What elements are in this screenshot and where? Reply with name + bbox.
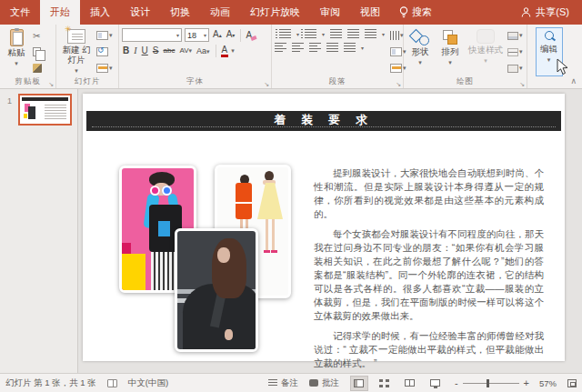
layout-button[interactable]: ▾	[96, 29, 113, 42]
section-button[interactable]: ▾	[96, 62, 113, 75]
underline-button[interactable]: U	[141, 45, 149, 56]
tab-home[interactable]: 开始	[40, 0, 80, 25]
tab-file[interactable]: 文件	[0, 0, 40, 25]
reading-view-button[interactable]	[401, 376, 419, 391]
align-center-button[interactable]	[292, 43, 304, 52]
font-name-combobox[interactable]: ▾	[122, 28, 182, 42]
font-dialog-launcher[interactable]: ↘	[264, 81, 269, 87]
tab-animations[interactable]: 动画	[200, 0, 240, 25]
paste-label: 粘贴	[8, 48, 25, 58]
shape-outline-button[interactable]: ▾	[507, 45, 523, 58]
slide-body-text[interactable]: 提到服装设计，大家很快地会自动联想到时尚、个性和潮流。但是实际上服装设计本身得遵…	[314, 166, 544, 377]
clear-formatting-button[interactable]: A	[246, 30, 252, 40]
font-size-combobox[interactable]: 18▾	[185, 28, 209, 42]
tab-slideshow[interactable]: 幻灯片放映	[240, 0, 310, 25]
align-right-button[interactable]	[309, 43, 321, 52]
font-color-dropdown-arrow[interactable]: ▾	[231, 47, 235, 55]
notes-button[interactable]: 备注	[263, 377, 304, 389]
bold-button[interactable]: B	[122, 45, 130, 56]
shrink-font-button[interactable]: A▾	[226, 29, 236, 41]
shape-outline-icon	[507, 48, 518, 56]
cut-button[interactable]: ✂	[33, 29, 45, 42]
justify-button[interactable]	[326, 43, 338, 52]
fit-slide-button[interactable]	[562, 379, 582, 387]
numbering-button[interactable]	[305, 29, 316, 38]
clipboard-dialog-launcher[interactable]: ↘	[48, 81, 54, 87]
clipboard-small-buttons: ✂ ▾	[33, 27, 45, 76]
normal-view-button[interactable]	[350, 376, 368, 391]
zoom-slider-thumb[interactable]	[487, 379, 489, 387]
drawing-dialog-launcher[interactable]: ↘	[519, 81, 525, 87]
new-slide-dropdown-arrow[interactable]: ▾	[75, 67, 78, 75]
align-left-button[interactable]	[275, 43, 286, 52]
notes-icon	[268, 379, 277, 387]
zoom-slider[interactable]	[463, 383, 519, 384]
photo-detail	[122, 243, 131, 254]
slideshow-view-button[interactable]	[426, 376, 445, 391]
slide-thumbnail-panel: 1	[0, 89, 78, 373]
photo-detail	[122, 254, 146, 290]
reset-button[interactable]	[96, 45, 113, 58]
tab-review[interactable]: 审阅	[310, 0, 350, 25]
photo-detail	[271, 250, 277, 253]
tab-view[interactable]: 视图	[350, 0, 390, 25]
tab-transitions[interactable]: 切换	[160, 0, 200, 25]
paragraph-dialog-launcher[interactable]: ↘	[396, 81, 401, 87]
grow-font-button[interactable]: A▴	[212, 29, 223, 41]
change-case-button[interactable]: Aa▾	[196, 45, 211, 57]
shadow-button[interactable]: S	[152, 45, 160, 56]
paste-button[interactable]: 粘贴 ▾	[3, 27, 30, 76]
photo-detail	[225, 329, 233, 340]
shapes-button[interactable]: 形状 ▾	[406, 27, 434, 76]
shape-effects-button[interactable]: ▾	[507, 62, 523, 75]
paragraph-2: 每个女孩都会对服装设计有不同程度的向往，那天我在过问身边不同专业的朋友：“如果你…	[314, 227, 544, 323]
copy-icon	[33, 47, 41, 56]
comments-label: 批注	[322, 377, 339, 389]
quick-styles-button[interactable]: 快速样式 ▾	[467, 27, 505, 76]
character-spacing-button[interactable]: AV▾	[178, 45, 193, 56]
italic-button[interactable]: I	[133, 45, 137, 56]
columns-button[interactable]	[344, 43, 356, 52]
collapse-ribbon-button[interactable]: ∧	[570, 76, 577, 85]
paste-dropdown-arrow[interactable]: ▾	[15, 60, 18, 67]
format-painter-button[interactable]	[33, 62, 45, 75]
copy-button[interactable]: ▾	[33, 45, 45, 58]
photo-detail	[264, 250, 270, 253]
reading-view-icon	[405, 379, 415, 387]
line-spacing-button[interactable]	[365, 29, 376, 38]
group-drawing: 形状 ▾ 排列 ▾ 快速样式 ▾ ▾ ▾ ▾ 绘图 ↘	[404, 25, 527, 88]
photo-dark-model[interactable]	[175, 228, 258, 352]
zoom-percentage[interactable]: 57%	[534, 378, 562, 388]
tab-design[interactable]: 设计	[120, 0, 160, 25]
new-slide-button[interactable]: 新建 幻灯片 ▾	[59, 27, 94, 76]
comments-button[interactable]: 批注	[304, 377, 345, 389]
slide-sorter-view-button[interactable]	[376, 376, 394, 391]
strikethrough-button[interactable]: abc	[162, 45, 176, 56]
slide-title: 着 装 要 求	[86, 111, 561, 131]
decrease-indent-button[interactable]	[330, 29, 342, 38]
slide-title-bar[interactable]: 着 装 要 求	[86, 111, 561, 131]
proofing-button[interactable]	[102, 379, 123, 387]
group-slides: 新建 幻灯片 ▾ ▾ ▾ 幻灯片	[56, 25, 119, 88]
new-slide-label: 新建 幻灯片	[61, 45, 92, 65]
zoom-out-button[interactable]: -	[455, 378, 458, 388]
normal-view-icon	[354, 379, 364, 387]
shape-fill-button[interactable]: ▾	[507, 29, 523, 42]
font-color-button[interactable]: A	[221, 45, 229, 57]
increase-indent-button[interactable]	[347, 29, 359, 38]
slide-1-thumbnail[interactable]	[18, 94, 72, 126]
tell-me-search[interactable]: 搜索	[390, 0, 441, 25]
paste-clipboard-icon	[10, 29, 24, 46]
arrange-button[interactable]: 排列 ▾	[436, 27, 464, 76]
tab-insert[interactable]: 插入	[80, 0, 120, 25]
share-button[interactable]: 共享(S)	[508, 0, 582, 25]
zoom-in-button[interactable]: +	[524, 378, 529, 388]
language-indicator[interactable]: 中文(中国)	[123, 377, 174, 389]
slide-1[interactable]: 着 装 要 求	[83, 94, 565, 361]
zoom-control: - +	[450, 378, 534, 388]
bullets-button[interactable]	[279, 29, 291, 38]
thumbnail-photo-dark	[28, 106, 35, 119]
slideshow-icon	[430, 379, 440, 387]
magnifier-icon	[543, 30, 556, 43]
view-switcher	[345, 376, 450, 391]
